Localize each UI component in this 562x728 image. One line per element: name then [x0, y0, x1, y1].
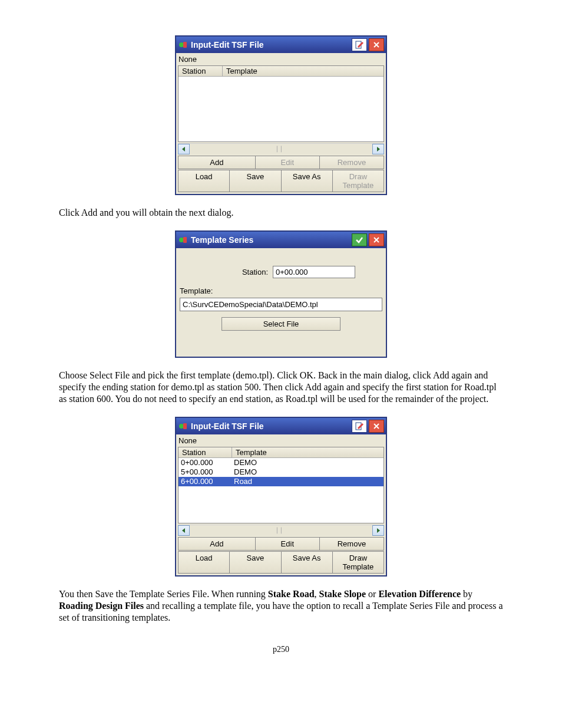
edit-icon-button[interactable] [352, 420, 367, 433]
window-title: Input-Edit TSF File [191, 421, 350, 431]
button-row-2: Load Save Save As Draw Template [178, 551, 384, 574]
close-button[interactable] [369, 38, 384, 51]
edit-button[interactable]: Edit [256, 537, 320, 551]
svg-rect-6 [183, 423, 187, 429]
paragraph-2: Choose Select File and pick the first te… [59, 370, 503, 405]
edit-icon-button[interactable] [352, 38, 367, 51]
scroll-right-icon[interactable] [372, 525, 384, 536]
select-file-button[interactable]: Select File [222, 317, 340, 331]
titlebar: Input-Edit TSF File [176, 418, 386, 434]
grid-header: Station Template [178, 447, 384, 458]
draw-template-button[interactable]: Draw Template [333, 170, 384, 192]
grid-body[interactable] [178, 77, 384, 141]
table-row[interactable]: 5+00.000DEMO [178, 467, 384, 477]
add-button[interactable]: Add [178, 537, 256, 551]
svg-rect-4 [183, 237, 187, 243]
titlebar: Input-Edit TSF File [176, 37, 386, 53]
text: or [366, 589, 378, 599]
app-icon [178, 421, 189, 431]
close-button[interactable] [369, 420, 384, 433]
col-template[interactable]: Template [223, 66, 384, 76]
svg-rect-1 [183, 42, 187, 48]
button-row-1: Add Edit Remove [178, 156, 384, 169]
add-button[interactable]: Add [178, 156, 256, 169]
bold: Roading Design Files [59, 601, 144, 611]
filename-label: None [177, 436, 385, 446]
edit-button[interactable]: Edit [256, 156, 320, 169]
window-title: Input-Edit TSF File [191, 40, 350, 50]
svg-point-0 [179, 42, 184, 47]
cell-template: Road [234, 477, 384, 486]
paragraph-1: Click Add and you will obtain the next d… [59, 207, 503, 219]
save-button[interactable]: Save [230, 170, 281, 192]
scroll-right-icon[interactable] [372, 144, 384, 154]
svg-point-5 [179, 424, 184, 429]
grid-body[interactable]: 0+00.000DEMO5+00.000DEMO6+00.000Road [178, 458, 384, 523]
scroll-left-icon[interactable] [178, 525, 190, 536]
template-path-field[interactable]: C:\SurvCEDemoSpecial\Data\DEMO.tpl [180, 298, 382, 311]
bold: Stake Road [268, 589, 315, 599]
table-row[interactable]: 6+00.000Road [178, 477, 384, 486]
col-station[interactable]: Station [178, 66, 223, 76]
scroll-track[interactable]: ▏▏ [190, 144, 372, 154]
saveas-button[interactable]: Save As [282, 551, 333, 574]
template-series-dialog: Template Series Station: Template: C:\Su… [175, 230, 387, 358]
remove-button[interactable]: Remove [320, 156, 384, 169]
grid-header: Station Template [178, 66, 384, 77]
save-button[interactable]: Save [230, 551, 281, 574]
svg-point-3 [179, 238, 184, 242]
grid: Station Template 0+00.000DEMO5+00.000DEM… [178, 447, 384, 523]
app-icon [178, 40, 189, 50]
button-row-2: Load Save Save As Draw Template [178, 170, 384, 192]
hscrollbar[interactable]: ▏▏ [178, 525, 384, 536]
scroll-track[interactable]: ▏▏ [190, 526, 372, 535]
input-edit-tsf-dialog-1: Input-Edit TSF File None Station Templat… [175, 35, 387, 195]
hscrollbar[interactable]: ▏▏ [178, 143, 384, 154]
scroll-left-icon[interactable] [178, 144, 190, 154]
app-icon [178, 235, 189, 245]
station-label: Station: [180, 268, 273, 276]
bold: Elevation Difference [378, 589, 461, 599]
button-row-1: Add Edit Remove [178, 537, 384, 551]
cell-template: DEMO [234, 458, 384, 467]
paragraph-3: You then Save the Template Series File. … [59, 588, 503, 624]
input-edit-tsf-dialog-2: Input-Edit TSF File None Station Templat… [175, 417, 387, 577]
col-template[interactable]: Template [232, 447, 384, 457]
draw-template-button[interactable]: Draw Template [333, 551, 384, 574]
station-input[interactable] [273, 266, 355, 278]
grid: Station Template [178, 65, 384, 142]
close-button[interactable] [369, 233, 384, 246]
text: , [315, 589, 319, 599]
cell-station: 0+00.000 [178, 458, 234, 467]
col-station[interactable]: Station [178, 447, 232, 457]
window-title: Template Series [191, 235, 350, 245]
text: You then Save the Template Series File. … [59, 589, 268, 599]
cell-template: DEMO [234, 467, 384, 477]
template-label: Template: [180, 286, 382, 295]
saveas-button[interactable]: Save As [282, 170, 333, 192]
titlebar: Template Series [176, 232, 386, 248]
bold: Stake Slope [319, 589, 366, 599]
cell-station: 5+00.000 [178, 467, 234, 477]
filename-label: None [177, 54, 385, 64]
load-button[interactable]: Load [178, 170, 230, 192]
ok-button[interactable] [352, 233, 367, 246]
cell-station: 6+00.000 [178, 477, 234, 486]
load-button[interactable]: Load [178, 551, 230, 574]
text: by [461, 589, 472, 599]
page-number: p250 [59, 645, 503, 654]
remove-button[interactable]: Remove [320, 537, 384, 551]
table-row[interactable]: 0+00.000DEMO [178, 458, 384, 467]
